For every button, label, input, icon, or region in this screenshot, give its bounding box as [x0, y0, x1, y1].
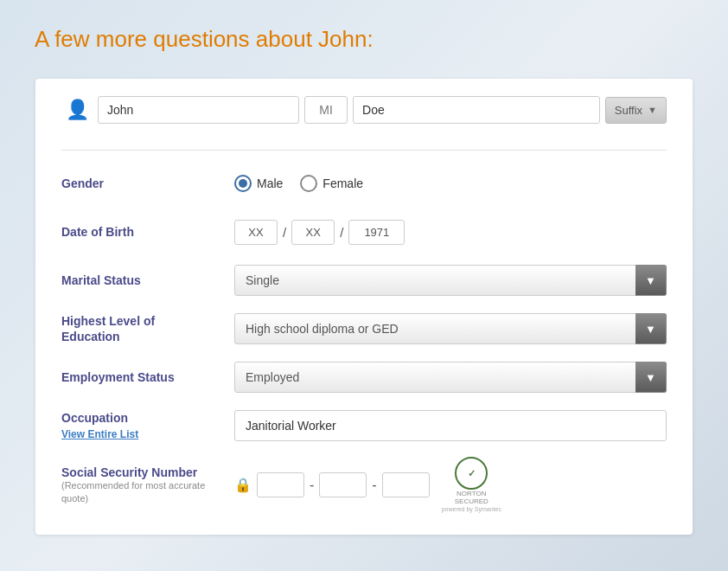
dob-day-input[interactable]	[291, 220, 335, 245]
name-row: 👤 Suffix ▼	[61, 96, 667, 132]
gender-female-label: Female	[322, 176, 363, 190]
divider	[61, 150, 667, 151]
gender-male-radio[interactable]	[234, 175, 252, 192]
mi-input[interactable]	[304, 96, 348, 124]
dob-sep-1: /	[283, 225, 286, 240]
gender-control: Male Female	[234, 175, 667, 192]
ssn-sublabel: (Recommended for most accurate quote)	[61, 479, 234, 504]
ssn-part1-input[interactable]	[257, 472, 304, 497]
education-row: Highest Level of Education High school d…	[61, 311, 667, 346]
dob-label: Date of Birth	[61, 224, 234, 240]
ssn-label: Social Security Number	[61, 465, 234, 479]
education-control: High school diploma or GED Some college …	[234, 313, 667, 344]
first-name-input[interactable]	[98, 96, 299, 124]
marital-status-row: Marital Status Single Married Divorced W…	[61, 263, 667, 298]
dob-month-input[interactable]	[234, 220, 278, 245]
occupation-label-block: Occupation View Entire List	[61, 410, 234, 442]
page-title: A few more questions about John:	[35, 26, 693, 53]
employment-select[interactable]: Employed Self-Employed Unemployed Retire…	[234, 362, 667, 393]
suffix-label: Suffix	[615, 104, 642, 117]
suffix-arrow-icon: ▼	[648, 105, 657, 115]
form-container: 👤 Suffix ▼ Gender Male Female Date of	[35, 79, 693, 535]
norton-badge: ✓ NORTONSECUREDpowered by Symantec	[442, 457, 501, 513]
ssn-dash-1: -	[310, 478, 314, 493]
ssn-label-block: Social Security Number (Recommended for …	[61, 465, 234, 504]
education-wrapper: High school diploma or GED Some college …	[234, 313, 667, 344]
last-name-input[interactable]	[353, 96, 600, 124]
gender-male-option[interactable]: Male	[234, 175, 283, 192]
occupation-label: Occupation	[61, 410, 234, 426]
lock-icon: 🔒	[234, 477, 252, 493]
ssn-part2-input[interactable]	[319, 472, 367, 497]
suffix-button[interactable]: Suffix ▼	[605, 97, 667, 124]
employment-wrapper: Employed Self-Employed Unemployed Retire…	[234, 362, 667, 393]
marital-status-select[interactable]: Single Married Divorced Widowed	[234, 265, 667, 296]
occupation-input[interactable]	[234, 410, 667, 441]
education-label: Highest Level of Education	[61, 313, 234, 344]
ssn-row: Social Security Number (Recommended for …	[61, 457, 667, 513]
marital-status-wrapper: Single Married Divorced Widowed ▼	[234, 265, 667, 296]
occupation-row: Occupation View Entire List	[61, 408, 667, 443]
norton-text: NORTONSECUREDpowered by Symantec	[442, 491, 501, 513]
occupation-control	[234, 410, 667, 441]
dob-year-input[interactable]	[348, 220, 405, 245]
avatar-icon: 👤	[61, 99, 93, 121]
gender-label: Gender	[61, 176, 234, 191]
norton-logo: ✓	[455, 457, 488, 490]
ssn-dash-2: -	[372, 478, 376, 493]
gender-male-dot	[239, 179, 247, 188]
view-entire-list-link[interactable]: View Entire List	[61, 428, 234, 442]
employment-label: Employment Status	[61, 369, 234, 385]
marital-status-label: Marital Status	[61, 273, 234, 288]
gender-male-label: Male	[257, 176, 283, 190]
dob-control: / /	[234, 220, 667, 245]
employment-control: Employed Self-Employed Unemployed Retire…	[234, 362, 667, 393]
ssn-part3-input[interactable]	[382, 472, 430, 497]
gender-row: Gender Male Female	[61, 166, 667, 201]
marital-status-control: Single Married Divorced Widowed ▼	[234, 265, 667, 296]
dob-sep-2: /	[340, 225, 343, 240]
education-select[interactable]: High school diploma or GED Some college …	[234, 313, 667, 344]
gender-female-option[interactable]: Female	[300, 175, 363, 192]
ssn-control: 🔒 - - ✓ NORTONSECUREDpowered by Symantec	[234, 457, 501, 513]
gender-female-radio[interactable]	[300, 175, 317, 192]
dob-row: Date of Birth / /	[61, 215, 667, 249]
employment-row: Employment Status Employed Self-Employed…	[61, 360, 667, 395]
